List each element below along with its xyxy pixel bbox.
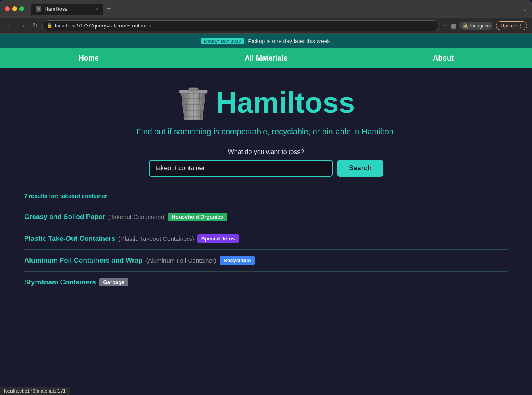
hero-section: Hamiltoss Find out if something is compo… bbox=[0, 68, 532, 189]
results-count-prefix: 7 results for: bbox=[24, 193, 60, 199]
results-section: 7 results for: takeout container Greasy … bbox=[0, 189, 532, 301]
incognito-label: Incognito bbox=[470, 23, 490, 29]
toolbar-right: ☆ ▣ 🕵 Incognito Update ⋮ bbox=[442, 21, 527, 30]
search-label: What do you want to toss? bbox=[228, 148, 304, 156]
split-view-icon[interactable]: ▣ bbox=[451, 23, 456, 29]
browser-toolbar: ← → ↻ 🔒 localhost:5173/?query=takeout+co… bbox=[0, 18, 532, 34]
nav-home[interactable]: Home bbox=[0, 48, 177, 68]
page-content: FAMILY DAY 2023 Pickup is one day later … bbox=[0, 34, 532, 395]
forward-button[interactable]: → bbox=[18, 21, 27, 31]
banner-message: Pickup is one day later this week. bbox=[248, 38, 331, 44]
search-button[interactable]: Search bbox=[337, 160, 383, 177]
hero-logo-row: Hamiltoss bbox=[177, 84, 355, 121]
tab-close-button[interactable]: × bbox=[96, 6, 98, 12]
nav-about[interactable]: About bbox=[355, 48, 532, 68]
fullscreen-window-button[interactable] bbox=[19, 6, 24, 11]
close-window-button[interactable] bbox=[5, 6, 10, 11]
result-sub: (Plastic Takeout Containers) bbox=[118, 235, 194, 242]
result-item[interactable]: Aluminum Foil Containers and Wrap (Alumi… bbox=[24, 249, 508, 271]
search-row: Search bbox=[149, 160, 383, 177]
result-sub: (Aluminum Foil Container) bbox=[146, 257, 216, 264]
result-item[interactable]: Greasy and Soiled Paper (Takeout Contain… bbox=[24, 206, 508, 228]
result-sub: (Takeout Containers) bbox=[108, 213, 164, 220]
banner-badge: FAMILY DAY 2023 bbox=[201, 38, 244, 44]
hero-title: Hamiltoss bbox=[216, 86, 355, 119]
lock-icon: 🔒 bbox=[47, 23, 52, 28]
search-input[interactable] bbox=[149, 160, 333, 177]
status-url: localhost:5173/materials/171 bbox=[4, 388, 66, 394]
new-tab-button[interactable]: + bbox=[105, 5, 113, 13]
active-tab[interactable]: 🗑 Hamiltoss × bbox=[31, 4, 103, 15]
refresh-button[interactable]: ↻ bbox=[31, 20, 39, 31]
url-text: localhost:5173/?query=takeout+container bbox=[55, 23, 151, 29]
address-bar[interactable]: 🔒 localhost:5173/?query=takeout+containe… bbox=[42, 20, 439, 31]
results-count: 7 results for: takeout container bbox=[24, 193, 508, 199]
tab-more-button[interactable]: ⌄ bbox=[522, 5, 527, 13]
browser-titlebar: 🗑 Hamiltoss × + ⌄ bbox=[0, 0, 532, 18]
result-item[interactable]: Plastic Take-Out Containers (Plastic Tak… bbox=[24, 228, 508, 249]
update-dots-icon: ⋮ bbox=[518, 23, 523, 29]
incognito-button[interactable]: 🕵 Incognito bbox=[459, 22, 493, 30]
trash-can-icon bbox=[177, 84, 209, 121]
result-item[interactable]: Styrofoam Containers Garbage bbox=[24, 271, 508, 293]
tab-favicon-icon: 🗑 bbox=[36, 6, 41, 12]
result-badge: Special Items bbox=[197, 234, 239, 243]
result-badge: Garbage bbox=[99, 278, 129, 286]
traffic-lights bbox=[5, 6, 24, 11]
svg-rect-1 bbox=[189, 88, 198, 91]
main-navigation: Home All Materials About bbox=[0, 48, 532, 68]
result-name: Plastic Take-Out Containers bbox=[24, 235, 115, 243]
result-badge: Recyclable bbox=[220, 256, 255, 265]
hero-subtitle: Find out if something is compostable, re… bbox=[136, 127, 396, 136]
minimize-window-button[interactable] bbox=[12, 6, 17, 11]
results-query: takeout container bbox=[60, 193, 107, 199]
result-name: Styrofoam Containers bbox=[24, 278, 96, 286]
update-button[interactable]: Update ⋮ bbox=[496, 21, 527, 30]
tab-title: Hamiltoss bbox=[44, 6, 67, 12]
nav-all-materials[interactable]: All Materials bbox=[177, 48, 354, 68]
update-label: Update bbox=[501, 23, 516, 29]
result-badge: Household Organics bbox=[168, 213, 227, 221]
bookmark-icon[interactable]: ☆ bbox=[442, 23, 448, 29]
announcement-banner: FAMILY DAY 2023 Pickup is one day later … bbox=[0, 34, 532, 48]
tab-bar: 🗑 Hamiltoss × + ⌄ bbox=[31, 4, 527, 15]
incognito-icon: 🕵 bbox=[463, 23, 469, 29]
browser-window: 🗑 Hamiltoss × + ⌄ ← → ↻ 🔒 localhost:5173… bbox=[0, 0, 532, 395]
status-bar: localhost:5173/materials/171 bbox=[0, 387, 70, 395]
result-name: Greasy and Soiled Paper bbox=[24, 213, 105, 221]
result-name: Aluminum Foil Containers and Wrap bbox=[24, 257, 142, 265]
back-button[interactable]: ← bbox=[5, 21, 15, 31]
